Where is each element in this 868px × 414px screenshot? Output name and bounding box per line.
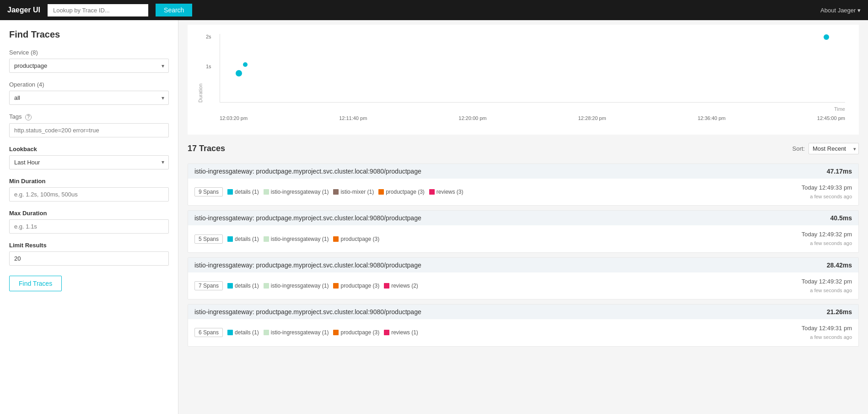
trace-card-header: istio-ingressgateway: productpage.myproj…: [188, 164, 858, 179]
service-dot: [264, 236, 269, 242]
service-select[interactable]: productpage: [9, 59, 169, 73]
trace-card[interactable]: istio-ingressgateway: productpage.myproj…: [188, 304, 859, 346]
header: Jaeger UI Search About Jaeger ▾: [0, 0, 868, 20]
trace-card[interactable]: istio-ingressgateway: productpage.myproj…: [188, 163, 859, 206]
limit-results-input[interactable]: [9, 251, 169, 266]
duration-chart: Duration 2s 1s 12:03:20 pm 12:11:40 pm: [188, 25, 859, 135]
chart-dot: [824, 34, 829, 40]
service-dot: [429, 189, 435, 195]
main-layout: Find Traces Service (8) productpage Oper…: [0, 20, 868, 414]
service-dot: [264, 330, 269, 335]
service-tag: details (1): [227, 189, 259, 195]
operation-label: Operation (4): [9, 81, 169, 88]
service-tag: productpage (3): [333, 329, 379, 336]
trace-time-ago: a few seconds ago: [802, 333, 852, 342]
service-dot: [333, 330, 339, 335]
trace-time-ago: a few seconds ago: [802, 193, 852, 201]
traces-count: 17 Traces: [188, 144, 225, 153]
x-axis-title: Time: [834, 106, 845, 112]
sidebar: Find Traces Service (8) productpage Oper…: [0, 20, 178, 414]
service-group: Service (8) productpage: [9, 49, 169, 73]
service-tag: reviews (1): [384, 329, 418, 336]
trace-time-value: 12:49:33 pm: [819, 184, 852, 191]
operation-group: Operation (4) all: [9, 81, 169, 105]
trace-time-value: 12:49:31 pm: [819, 325, 852, 332]
about-menu[interactable]: About Jaeger ▾: [820, 7, 861, 14]
trace-time-value: 12:49:32 pm: [819, 278, 852, 285]
spans-badge: 9 Spans: [194, 187, 223, 196]
service-tag: details (1): [227, 283, 259, 289]
min-duration-input[interactable]: [9, 187, 169, 202]
lookback-select-wrapper: Last Hour Last 2 Hours Last 3 Hours Last…: [9, 155, 169, 169]
spans-badge: 7 Spans: [194, 281, 223, 290]
trace-card[interactable]: istio-ingressgateway: productpage.myproj…: [188, 210, 859, 252]
service-tag: istio-ingressgateway (1): [264, 329, 329, 336]
trace-info: 5 Spans details (1) istio-ingressgateway…: [194, 234, 379, 244]
service-label: Service (8): [9, 49, 169, 56]
service-dot: [264, 283, 269, 289]
service-tag: istio-ingressgateway (1): [264, 189, 329, 195]
spans-badge: 6 Spans: [194, 328, 223, 337]
trace-title: istio-ingressgateway: productpage.myproj…: [194, 168, 421, 175]
trace-title: istio-ingressgateway: productpage.myproj…: [194, 308, 421, 316]
service-select-wrapper: productpage: [9, 59, 169, 73]
chart-inner: Duration 2s 1s 12:03:20 pm 12:11:40 pm: [197, 29, 850, 121]
chart-plot-area: [220, 34, 845, 103]
trace-card-body: 5 Spans details (1) istio-ingressgateway…: [188, 225, 858, 252]
service-tag: istio-ingressgateway (1): [264, 236, 329, 242]
x-label-1: 12:03:20 pm: [220, 115, 248, 121]
operation-select-wrapper: all: [9, 91, 169, 105]
max-duration-input[interactable]: [9, 219, 169, 234]
trace-card[interactable]: istio-ingressgateway: productpage.myproj…: [188, 257, 859, 300]
trace-time: Today 12:49:31 pm a few seconds ago: [802, 324, 852, 341]
x-axis-labels: 12:03:20 pm 12:11:40 pm 12:20:00 pm 12:2…: [220, 115, 845, 121]
service-tag: details (1): [227, 236, 259, 242]
content-area: Duration 2s 1s 12:03:20 pm 12:11:40 pm: [178, 20, 868, 414]
service-dot: [384, 283, 389, 289]
header-left: Jaeger UI Search: [7, 4, 192, 16]
trace-card-body: 9 Spans details (1) istio-ingressgateway…: [188, 179, 858, 205]
service-dot: [227, 236, 233, 242]
chart-dot: [243, 62, 248, 67]
trace-card-body: 6 Spans details (1) istio-ingressgateway…: [188, 319, 858, 346]
y-label-2s: 2s: [206, 34, 211, 39]
y-axis-title: Duration: [198, 43, 203, 103]
sidebar-title: Find Traces: [9, 29, 169, 40]
trace-card-body: 7 Spans details (1) istio-ingressgateway…: [188, 272, 858, 299]
service-dot: [378, 189, 384, 195]
service-dot: [333, 283, 339, 289]
search-button[interactable]: Search: [156, 4, 192, 16]
service-dot: [333, 189, 339, 195]
lookback-group: Lookback Last Hour Last 2 Hours Last 3 H…: [9, 146, 169, 169]
service-tag: details (1): [227, 329, 259, 336]
trace-time-ago: a few seconds ago: [802, 287, 852, 295]
max-duration-group: Max Duration: [9, 210, 169, 234]
sort-control: Sort: Most Recent Longest First Shortest…: [793, 143, 859, 154]
service-dot: [227, 330, 233, 335]
trace-date: Today: [802, 325, 818, 332]
tags-input[interactable]: [9, 123, 169, 137]
x-label-6: 12:45:00 pm: [817, 115, 845, 121]
app-logo: Jaeger UI: [7, 6, 40, 14]
lookback-label: Lookback: [9, 146, 169, 153]
lookback-select[interactable]: Last Hour Last 2 Hours Last 3 Hours Last…: [9, 155, 169, 169]
trace-title: istio-ingressgateway: productpage.myproj…: [194, 261, 421, 269]
operation-select[interactable]: all: [9, 91, 169, 105]
service-tag: productpage (3): [333, 283, 379, 289]
sort-select[interactable]: Most Recent Longest First Shortest First…: [809, 143, 859, 154]
trace-info: 9 Spans details (1) istio-ingressgateway…: [194, 187, 464, 196]
trace-time-value: 12:49:32 pm: [819, 231, 852, 238]
service-dot: [227, 189, 233, 195]
service-tag: productpage (3): [333, 236, 379, 242]
trace-info: 6 Spans details (1) istio-ingressgateway…: [194, 328, 418, 337]
chart-dot: [236, 70, 242, 76]
x-label-3: 12:20:00 pm: [458, 115, 486, 121]
trace-time: Today 12:49:32 pm a few seconds ago: [802, 277, 852, 294]
find-traces-button[interactable]: Find Traces: [9, 276, 62, 291]
trace-duration: 28.42ms: [827, 261, 852, 269]
trace-time-ago: a few seconds ago: [802, 240, 852, 248]
trace-lookup-input[interactable]: [48, 4, 148, 16]
service-dot: [227, 283, 233, 289]
trace-time: Today 12:49:33 pm a few seconds ago: [802, 183, 852, 201]
service-dot: [384, 330, 389, 335]
